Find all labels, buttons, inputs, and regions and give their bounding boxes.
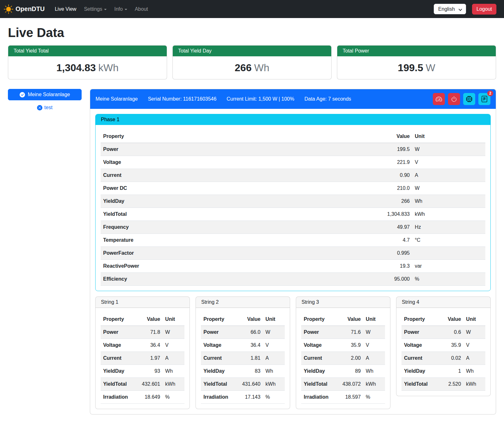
power-icon [451,96,457,102]
property-value: 18.649 [139,391,163,404]
string-card-title: String 2 [196,297,290,308]
table-header-row: Property Value Unit [101,130,485,143]
brand[interactable]: OpenDTU [4,4,45,14]
property-name: Efficiency [101,273,254,286]
property-value: 0.995 [254,247,412,260]
phase-table: Property Value Unit Power199.5WVoltage22… [101,130,485,286]
property-value: 1.81 [240,352,263,365]
col-property: Property [201,313,240,326]
property-value: 35.9 [440,339,464,352]
summary-card-total-yield-day: Total Yield Day 266Wh [172,45,332,79]
string-card-1: String 1 Property Value Unit [95,296,190,409]
property-value: 4.7 [254,234,412,247]
string-card-body: Property Value Unit Power71.8WVoltage36.… [96,308,190,409]
property-name: YieldDay [101,365,139,378]
nav-item-settings[interactable]: Settings [80,4,110,15]
table-row: Power71.8W [101,326,184,339]
summary-card-value: 266 [235,62,252,73]
property-name: YieldTotal [301,378,340,391]
table-row: ReactivePower19.3var [101,260,485,273]
property-value: 36.4 [240,339,263,352]
property-value: 18.597 [340,391,363,404]
property-unit: W [412,143,485,156]
property-unit: kWh [412,208,485,221]
property-name: YieldTotal [401,378,440,391]
property-name: Power [101,326,139,339]
summary-card-total-yield-total: Total Yield Total 1,304.83kWh [8,45,167,79]
table-row: Power DC210.0W [101,182,485,195]
property-value: 266 [254,195,412,208]
logout-button[interactable]: Logout [472,4,496,15]
summary-cards-row: Total Yield Total 1,304.83kWh Total Yiel… [8,45,496,79]
summary-card-body: 266Wh [173,56,331,79]
property-name: Voltage [101,156,254,169]
property-unit: Wh [363,365,385,378]
limit-settings-button[interactable] [433,93,445,105]
property-value: 210.0 [254,182,412,195]
property-name: Power [301,326,340,339]
property-unit: V [263,339,285,352]
table-row: Current2.00A [301,352,385,365]
table-row: Power71.6W [301,326,385,339]
nav-item-live-view[interactable]: Live View [51,4,80,15]
filter-chip-label: test [44,105,53,110]
summary-card-value: 199.5 [398,62,423,73]
inverter-panel: Meine Solaranlage Serial Number: 1161716… [90,89,496,414]
table-header-row: Property Value Unit [201,313,285,326]
table-row: YieldTotal1,304.833kWh [101,208,485,221]
property-name: Current [201,352,240,365]
inverter-panel-header: Meine Solaranlage Serial Number: 1161716… [90,89,496,109]
sidebar: Meine Solaranlage test [8,89,82,110]
device-info-button[interactable] [463,93,475,105]
event-log-button[interactable]: 2 [478,93,490,105]
property-unit: Wh [263,365,285,378]
language-select[interactable]: English [434,4,466,14]
nav-links: Live View Settings Info About [51,4,152,15]
x-circle-icon[interactable] [37,105,42,110]
table-header-row: Property Value Unit [401,313,485,326]
property-unit: W [263,326,285,339]
string-card-4: String 4 Property Value Unit [396,296,491,396]
inverter-select-label: Meine Solaranlage [28,92,70,97]
table-row: Frequency49.97Hz [101,221,485,234]
table-row: YieldDay266Wh [101,195,485,208]
col-unit: Unit [464,313,485,326]
phase-card: Phase 1 Property Value Unit P [95,114,491,291]
string-table: Property Value Unit Power66.0WVoltage36.… [201,313,285,404]
property-value: 83 [240,365,263,378]
summary-card-unit: Wh [254,62,269,73]
property-value: 2.00 [340,352,363,365]
property-value: 1.97 [139,352,163,365]
property-unit: W [412,182,485,195]
property-unit: W [464,326,485,339]
inverter-name: Meine Solaranlage [96,96,138,102]
navbar: OpenDTU Live View Settings Info About En… [0,0,504,18]
col-value: Value [254,130,412,143]
property-value: 1,304.833 [254,208,412,221]
nav-item-info[interactable]: Info [110,4,131,15]
brand-label: OpenDTU [16,5,45,13]
inverter-select-button[interactable]: Meine Solaranlage [8,89,82,100]
property-name: Power [101,143,254,156]
chevron-down-icon [104,9,107,10]
table-row: Irradiation18.649% [101,391,184,404]
property-unit: V [363,339,385,352]
sun-logo-icon [4,4,13,14]
table-row: Temperature4.7°C [101,234,485,247]
property-unit: A [263,352,285,365]
table-row: Voltage35.9V [301,339,385,352]
property-name: Current [101,169,254,182]
table-row: Voltage36.4V [101,339,184,352]
property-unit: Wh [412,195,485,208]
string-card-body: Property Value Unit Power66.0WVoltage36.… [196,308,290,409]
string-card-2: String 2 Property Value Unit [196,296,290,409]
property-value: 221.9 [254,156,412,169]
filter-chip-test[interactable]: test [8,105,82,110]
col-unit: Unit [363,313,385,326]
table-row: Power0.6W [401,326,485,339]
property-name: Voltage [101,339,139,352]
power-button[interactable] [448,93,460,105]
property-value: 71.8 [139,326,163,339]
nav-item-about[interactable]: About [131,4,152,15]
summary-card-title: Total Yield Day [173,46,331,56]
